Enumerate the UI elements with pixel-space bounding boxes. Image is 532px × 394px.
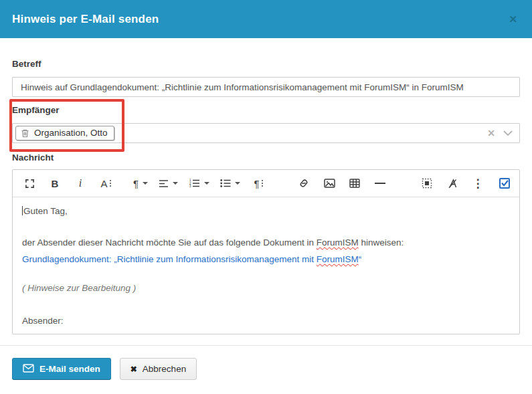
chevron-down-icon[interactable]: [503, 127, 513, 139]
document-link-line: Grundlagendokument: „Richtlinie zum Info…: [22, 252, 510, 266]
email-dialog: Hinweis per E-Mail senden ✕ Betreff Empf…: [0, 0, 532, 394]
dots-icon: [110, 180, 111, 187]
subject-label: Betreff: [12, 59, 520, 69]
paragraph-style-button[interactable]: ¶: [251, 175, 266, 192]
dots-icon: [262, 180, 263, 187]
ordered-list-dropdown[interactable]: 123: [189, 175, 209, 192]
align-dropdown[interactable]: [159, 175, 178, 192]
fullscreen-icon[interactable]: [22, 175, 37, 192]
document-link[interactable]: Grundlagendokument: „Richtlinie zum Info…: [22, 254, 361, 264]
html-mode-checkbox[interactable]: [499, 178, 510, 189]
cancel-x-icon: ✖: [130, 365, 137, 374]
recipients-label: Empfänger: [12, 105, 520, 115]
message-label: Nachricht: [12, 153, 520, 163]
table-button[interactable]: [347, 175, 362, 192]
trash-icon[interactable]: [21, 128, 29, 138]
svg-text:3: 3: [189, 185, 191, 188]
recipient-tag[interactable]: Organisation, Otto: [15, 126, 114, 140]
rich-text-editor: B i A ¶: [12, 169, 520, 334]
dialog-header: Hinweis per E-Mail senden ✕: [0, 0, 532, 38]
envelope-icon: [23, 364, 34, 375]
unordered-list-dropdown[interactable]: [220, 175, 240, 192]
subject-input[interactable]: [12, 77, 520, 97]
clear-formatting-button[interactable]: [445, 175, 460, 192]
recipients-select[interactable]: Organisation, Otto ✕: [12, 123, 520, 143]
font-style-button[interactable]: A: [98, 175, 113, 192]
send-email-button[interactable]: E-Mail senden: [12, 358, 111, 380]
clear-selection-icon[interactable]: ✕: [487, 128, 495, 138]
intro-line: der Absender dieser Nachricht möchte Sie…: [22, 235, 510, 250]
recipient-tag-label: Organisation, Otto: [34, 128, 108, 138]
more-options-button[interactable]: ⋮: [470, 175, 485, 192]
send-email-label: E-Mail senden: [39, 364, 100, 374]
brand-text: ForumISM: [317, 237, 359, 248]
select-controls: ✕: [487, 127, 513, 139]
caret-down-icon: [204, 182, 209, 185]
editor-toolbar: B i A ¶: [13, 170, 519, 197]
italic-button[interactable]: i: [73, 175, 88, 192]
dialog-footer: E-Mail senden ✖ Abbrechen: [12, 346, 520, 380]
horizontal-rule-button[interactable]: [373, 175, 387, 192]
greeting-line: Guten Tag,: [22, 204, 510, 218]
caret-down-icon: [173, 182, 178, 185]
editing-note-line: ( Hinweise zur Bearbeitung ): [22, 281, 510, 295]
cancel-label: Abbrechen: [143, 364, 186, 374]
block-style-button[interactable]: [420, 175, 434, 192]
brand-text: ForumISM: [317, 254, 359, 264]
link-button[interactable]: [296, 175, 311, 192]
dialog-title: Hinweis per E-Mail senden: [12, 13, 159, 26]
caret-down-icon: [235, 182, 240, 185]
cancel-button[interactable]: ✖ Abbrechen: [120, 358, 197, 380]
image-button[interactable]: [322, 175, 337, 192]
message-body[interactable]: Guten Tag, der Absender dieser Nachricht…: [13, 197, 519, 334]
sender-line: Absender:: [22, 314, 510, 328]
dialog-body: Betreff Empfänger Organisation, Otto ✕: [0, 38, 532, 380]
bold-button[interactable]: B: [48, 175, 62, 192]
text-caret: [22, 206, 23, 215]
close-icon[interactable]: ✕: [506, 11, 520, 27]
paragraph-format-dropdown[interactable]: ¶: [133, 175, 148, 192]
caret-down-icon: [143, 182, 148, 185]
